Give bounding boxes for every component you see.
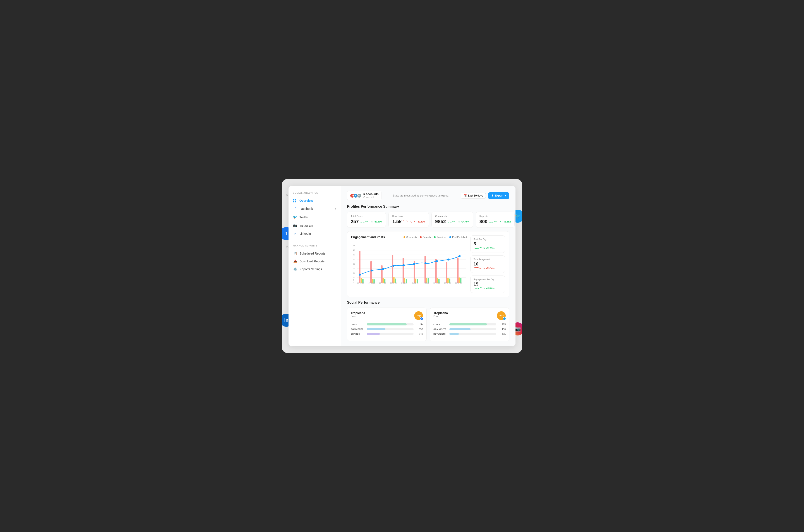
trend-svg-ppd (473, 246, 482, 250)
svg-point-55 (425, 262, 427, 264)
trend-value-reactions: +12.32% (416, 221, 425, 223)
social-card-info-tw: Tropicana Page (433, 311, 448, 317)
svg-rect-20 (370, 261, 372, 283)
svg-point-52 (392, 265, 394, 267)
export-button[interactable]: ⬇ Export ▾ (488, 192, 509, 199)
trend-x-te: ✕ (483, 267, 485, 270)
svg-rect-22 (392, 255, 393, 283)
export-label: Export (495, 194, 503, 197)
timezone-text: Stats are measured as per workspace time… (385, 194, 457, 197)
bar-value-retweets-tw: 125 (498, 332, 506, 335)
stat-card-reactions: Reactions 1.5k ✕ +12.32% (389, 212, 429, 228)
accounts-count: 6 Accounts (363, 192, 379, 196)
sidebar-item-facebook-label: Facebook (299, 207, 313, 210)
bar-fill-likes-tw (449, 323, 487, 325)
chart-section: Engagement and Posts Comments Reposts (347, 231, 509, 297)
sidebar-item-linkedin[interactable]: in Linkedin (288, 230, 341, 238)
svg-text:27-01-22: 27-01-22 (369, 282, 375, 284)
legend-dot-comments (404, 236, 405, 238)
stat-value-reactions: 1.5k (392, 219, 401, 225)
export-chevron-icon: ▾ (505, 194, 506, 197)
trend-x-comments: ✕ (458, 221, 460, 223)
mini-stat-post-per-day: Post Per Day 5 ✕ +12.35% (470, 235, 505, 253)
bar-label-likes-fb: LIKES (351, 323, 365, 325)
sidebar-item-overview-label: Overview (299, 199, 313, 203)
accounts-sub: Connected (363, 196, 374, 198)
instagram-icon: 📷 (293, 224, 297, 228)
svg-text:35: 35 (353, 254, 355, 256)
svg-text:03-02-22: 03-02-22 (433, 282, 440, 284)
bar-value-likes-tw: 985 (498, 323, 506, 326)
svg-point-51 (382, 268, 384, 270)
social-card-type-tw: Page (433, 315, 448, 317)
sidebar-item-twitter[interactable]: 🐦 Twitter (288, 213, 341, 222)
engagement-chart-svg: 45 40 35 30 25 20 15 10 5 0 (351, 242, 467, 285)
stat-label-comments: Comments (435, 215, 469, 217)
trend-val-ppd: +12.35% (486, 247, 494, 249)
trend-x-ppd: ✕ (483, 247, 485, 249)
bar-value-comments-tw: 456 (498, 328, 506, 330)
bar-fill-likes-fb (367, 323, 407, 325)
bar-value-comments-fb: 358 (415, 328, 423, 330)
svg-point-53 (403, 264, 405, 266)
social-card-tropicana-tw: Tropicana Page Tropi 🐦 LIKES (430, 307, 509, 341)
sidebar-item-twitter-label: Twitter (299, 215, 308, 219)
sidebar: SOCIAL ANALYTICS Overview f Facebook ▾ 🐦… (288, 186, 341, 346)
svg-text:10: 10 (353, 277, 355, 279)
date-range-button[interactable]: 📅 Last 30 days (461, 193, 486, 199)
svg-text:02-02-22: 02-02-22 (423, 282, 429, 284)
svg-text:28-01-22: 28-01-22 (379, 282, 386, 284)
svg-text:29-01-22: 29-01-22 (390, 282, 396, 284)
tropicana-fb-logo: Tropi f (414, 311, 423, 320)
social-analytics-label: SOCIAL ANALYTICS (288, 192, 341, 197)
date-range-label: Last 30 days (468, 194, 483, 197)
trend-val-te: +03.14% (486, 267, 494, 270)
social-performance-grid: Tropicana Page Tropi f LIKES (347, 307, 509, 341)
stat-label-reposts: Reposts (480, 215, 511, 217)
social-card-type-fb: Page (351, 315, 365, 317)
social-card-name-fb: Tropicana (351, 311, 365, 315)
chart-sidebar-stats: Post Per Day 5 ✕ +12.35% Total Enagement (470, 235, 505, 293)
svg-point-58 (459, 255, 461, 257)
accounts-text: 6 Accounts Connected (363, 192, 379, 199)
trend-line-reposts (489, 220, 498, 224)
sidebar-item-overview[interactable]: Overview (288, 197, 341, 205)
stats-grid: Total Posts 257 ✕ +39.69% Reaction (347, 212, 509, 228)
main-content: A B +4 6 Accounts Connected Stats are me… (341, 186, 516, 346)
legend-dot-post-published (449, 236, 451, 238)
trend-svg-epd (473, 287, 482, 290)
facebook-badge: f (420, 317, 424, 320)
bar-track-comments-fb (367, 328, 414, 330)
bar-track-likes-fb (367, 323, 414, 325)
avatar-stack: A B +4 (350, 193, 362, 198)
trend-x: ✕ (414, 221, 415, 223)
bar-track-likes-tw (449, 323, 496, 325)
svg-text:26-01-22: 26-01-22 (357, 282, 364, 284)
bar-fill-shares-fb (367, 333, 380, 335)
legend-reactions: Reactions (434, 236, 446, 239)
sidebar-item-reports-settings[interactable]: ⚙️ Reports Settings (288, 265, 341, 273)
svg-rect-27 (446, 262, 447, 283)
social-card-tropicana-fb: Tropicana Page Tropi f LIKES (347, 307, 427, 341)
calendar-icon: 📅 (464, 194, 467, 197)
stat-row-reactions: 1.5k ✕ +12.32% (392, 219, 425, 225)
svg-text:01-02-22: 01-02-22 (412, 282, 418, 284)
mini-stat-engagement-per-day: Engagement Per Day 15 ✕ +45.68% (470, 276, 505, 293)
trend-value: +39.69% (374, 221, 382, 223)
avatar-plus: +4 (357, 193, 362, 198)
social-performance-title: Social Performance (347, 301, 509, 304)
chart-title: Engagement and Posts (351, 235, 385, 239)
accounts-connected-widget[interactable]: A B +4 6 Accounts Connected (347, 191, 381, 200)
sidebar-item-facebook[interactable]: f Facebook ▾ (288, 205, 341, 213)
sidebar-item-instagram[interactable]: 📷 Instagram (288, 222, 341, 230)
trend-line-comments (448, 220, 456, 224)
bar-label-likes-tw: LIKES (433, 323, 448, 325)
facebook-icon: f (293, 207, 297, 211)
trend-value-comments: +24.45% (461, 221, 469, 223)
sidebar-item-scheduled-reports[interactable]: 📋 Scheduled Reports (288, 249, 341, 258)
bar-label-retweets-tw: RETWEETS (433, 333, 448, 335)
svg-text:15: 15 (353, 272, 355, 274)
topbar-right: 📅 Last 30 days ⬇ Export ▾ (461, 192, 509, 199)
sidebar-item-download-reports[interactable]: 📥 Download Reports (288, 258, 341, 265)
grid-icon (293, 199, 297, 203)
